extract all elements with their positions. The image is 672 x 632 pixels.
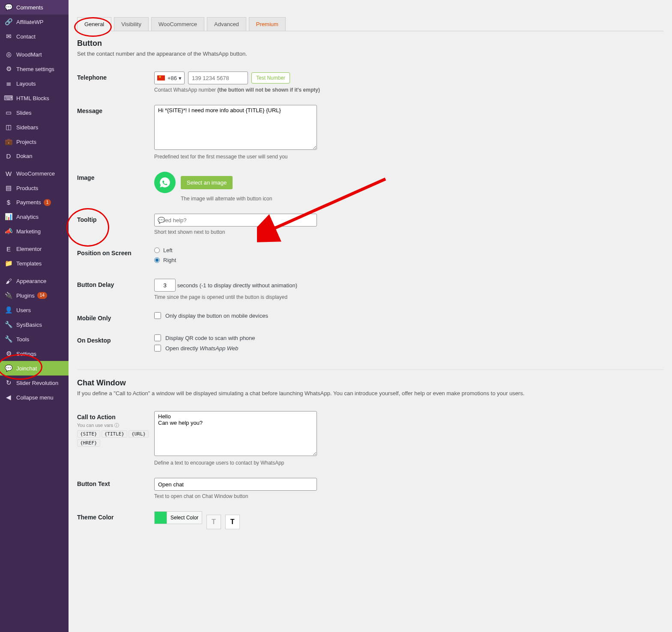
sidebar-item-templates[interactable]: 📁Templates — [0, 256, 69, 271]
var-tag: {URL} — [128, 430, 149, 438]
sidebar-item-slider-revolution[interactable]: ↻Slider Revolution — [0, 376, 69, 390]
menu-icon: E — [4, 245, 13, 253]
tab-woocommerce[interactable]: WooCommerce — [151, 17, 204, 31]
menu-label: Slider Revolution — [16, 380, 58, 386]
menu-label: SysBasics — [16, 322, 42, 328]
image-desc: The image will alternate with button ico… — [181, 196, 663, 202]
tabs: General Visibility WooCommerce Advanced … — [77, 17, 663, 31]
theme-light-button[interactable]: T — [206, 515, 221, 529]
desktop-qr-checkbox[interactable]: Display QR code to scan with phone — [154, 334, 663, 341]
sidebar-item-elementor[interactable]: EElementor — [0, 242, 69, 256]
image-label: Image — [77, 172, 154, 181]
sidebar-item-sidebars[interactable]: ◫Sidebars — [0, 120, 69, 134]
country-code-select[interactable]: +86 ▾ — [154, 72, 185, 84]
tab-visibility[interactable]: Visibility — [114, 17, 149, 31]
tab-premium[interactable]: Premium — [249, 17, 286, 31]
sidebar-item-products[interactable]: ▤Products — [0, 181, 69, 195]
var-tag: {SITE} — [77, 430, 100, 438]
button-section-title: Button — [77, 39, 663, 48]
sidebar-item-comments[interactable]: 💬Comments — [0, 0, 69, 15]
menu-label: Tools — [16, 336, 29, 343]
menu-label: Settings — [16, 351, 36, 357]
telephone-input[interactable] — [188, 72, 248, 84]
sidebar-item-collapse-menu[interactable]: ◀Collapse menu — [0, 390, 69, 405]
sidebar-item-projects[interactable]: 💼Projects — [0, 134, 69, 149]
sidebar-item-woodmart[interactable]: ◎WoodMart — [0, 47, 69, 62]
menu-icon: 📣 — [4, 227, 13, 235]
menu-icon: 🔧 — [4, 335, 13, 343]
sidebar-item-appearance[interactable]: 🖌Appearance — [0, 274, 69, 288]
sidebar-item-theme-settings[interactable]: ⚙Theme settings — [0, 62, 69, 76]
mobile-only-label: Mobile Only — [77, 312, 154, 322]
sidebar-item-analytics[interactable]: 📊Analytics — [0, 209, 69, 224]
test-number-button[interactable]: Test Number — [251, 72, 290, 83]
tab-advanced[interactable]: Advanced — [207, 17, 246, 31]
sidebar-item-sysbasics[interactable]: 🔧SysBasics — [0, 317, 69, 332]
sidebar-item-html-blocks[interactable]: ⌨HTML Blocks — [0, 91, 69, 105]
sidebar-item-layouts[interactable]: ≣Layouts — [0, 76, 69, 91]
sidebar-item-payments[interactable]: $Payments1 — [0, 195, 69, 209]
menu-label: Appearance — [16, 278, 46, 284]
telephone-label: Telephone — [77, 72, 154, 81]
button-text-input[interactable] — [154, 478, 317, 491]
menu-icon: 💼 — [4, 138, 13, 146]
menu-icon: ⌨ — [4, 94, 13, 102]
tooltip-desc: Short text shown next to button — [154, 229, 663, 235]
whatsapp-icon — [154, 172, 176, 193]
sidebar-item-users[interactable]: 👤Users — [0, 303, 69, 317]
tooltip-input[interactable] — [154, 214, 317, 227]
menu-icon: 💬 — [4, 364, 13, 372]
menu-icon: ≣ — [4, 80, 13, 87]
delay-input[interactable] — [154, 279, 176, 292]
message-label: Message — [77, 105, 154, 114]
tab-general[interactable]: General — [77, 17, 111, 31]
menu-label: Dokan — [16, 153, 33, 159]
menu-icon: ▭ — [4, 109, 13, 116]
menu-label: Templates — [16, 260, 42, 267]
delay-desc: Time since the page is opened until the … — [154, 294, 663, 300]
menu-icon: 🔗 — [4, 18, 13, 26]
china-flag-icon — [157, 75, 165, 80]
message-textarea[interactable]: Hi *{SITE}*! I need more info about {TIT… — [154, 105, 317, 150]
cta-textarea[interactable]: Hello Can we help you? — [154, 411, 317, 456]
menu-icon: 📊 — [4, 213, 13, 221]
sidebar-item-settings[interactable]: ⚙Settings — [0, 346, 69, 361]
sidebar-item-woocommerce[interactable]: WWooCommerce — [0, 167, 69, 181]
theme-color-picker[interactable]: Select Color — [154, 511, 202, 524]
select-color-button[interactable]: Select Color — [167, 511, 202, 524]
menu-label: Slides — [16, 110, 31, 116]
menu-label: Layouts — [16, 80, 36, 87]
position-left-radio[interactable]: Left — [154, 247, 663, 253]
theme-dark-button[interactable]: T — [225, 515, 240, 529]
sidebar-item-plugins[interactable]: 🔌Plugins14 — [0, 288, 69, 303]
menu-icon: ✉ — [4, 33, 13, 40]
sidebar-item-tools[interactable]: 🔧Tools — [0, 332, 69, 346]
menu-icon: $ — [4, 199, 13, 206]
desktop-open-checkbox[interactable]: Open directly WhatsApp Web — [154, 345, 663, 352]
sidebar-item-slides[interactable]: ▭Slides — [0, 105, 69, 120]
menu-label: Theme settings — [16, 66, 54, 72]
sidebar-item-marketing[interactable]: 📣Marketing — [0, 224, 69, 238]
menu-label: Marketing — [16, 228, 41, 235]
sidebar-item-contact[interactable]: ✉Contact — [0, 29, 69, 44]
select-image-button[interactable]: Select an image — [181, 176, 233, 189]
menu-icon: W — [4, 170, 13, 177]
mobile-only-checkbox[interactable]: Only display the button on mobile device… — [154, 312, 663, 319]
menu-icon: ⚙ — [4, 65, 13, 73]
menu-label: Joinchat — [16, 365, 37, 372]
sidebar-item-affiliatewp[interactable]: 🔗AffiliateWP — [0, 15, 69, 29]
menu-icon: D — [4, 152, 13, 160]
menu-label: Contact — [16, 33, 36, 40]
sidebar-item-dokan[interactable]: DDokan — [0, 149, 69, 163]
menu-label: Payments — [16, 199, 41, 206]
button-text-label: Button Text — [77, 478, 154, 487]
menu-label: WoodMart — [16, 51, 42, 58]
count-badge: 14 — [37, 292, 47, 299]
position-right-radio[interactable]: Right — [154, 257, 663, 263]
cta-label: Call to Action — [77, 414, 154, 420]
chat-section-desc: If you define a "Call to Action" a windo… — [77, 390, 663, 396]
menu-icon: ◫ — [4, 123, 13, 131]
menu-label: Analytics — [16, 214, 39, 220]
menu-label: Projects — [16, 139, 36, 145]
sidebar-item-joinchat[interactable]: 💬Joinchat — [0, 361, 69, 376]
